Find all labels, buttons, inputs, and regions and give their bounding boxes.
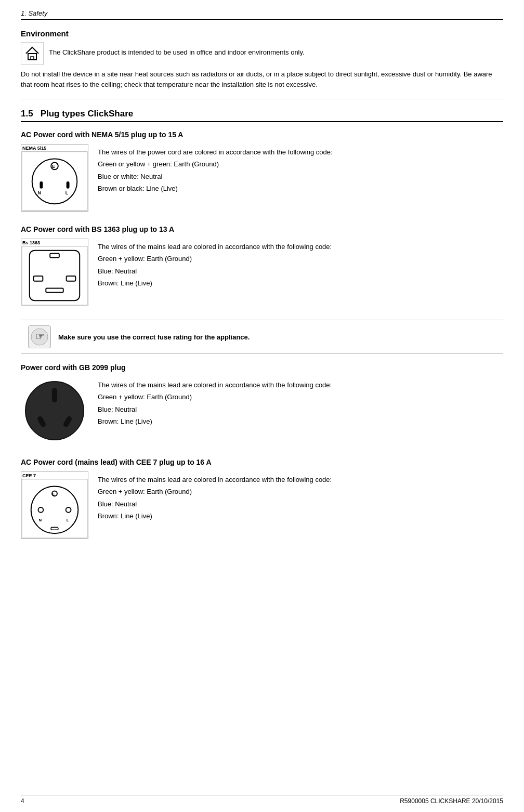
gb2099-line-3: Brown: Line (Live) — [98, 415, 332, 427]
warning-text: Make sure you use the correct fuse ratin… — [58, 333, 250, 341]
svg-text:E: E — [52, 164, 55, 169]
gb2099-line-2: Blue: Neutral — [98, 403, 332, 415]
bs1363-title: AC Power cord with BS 1363 plug up to 13… — [21, 225, 503, 233]
cee7-line-1: Green + yellow: Earth (Ground) — [98, 486, 332, 497]
footer-page: 4 — [21, 797, 24, 805]
cee7-info: The wires of the mains lead are colored … — [98, 472, 332, 522]
gb2099-row: The wires of the mains lead are colored … — [21, 377, 503, 444]
nema-title: AC Power cord with NEMA 5/15 plug up to … — [21, 130, 503, 139]
svg-text:N: N — [38, 518, 42, 522]
svg-rect-8 — [67, 181, 70, 189]
environment-section: Environment The ClickShare product is in… — [21, 29, 503, 89]
bs1363-line-1: Green + yellow: Earth (Ground) — [98, 253, 332, 265]
nema-row: NEMA 5/15 E N L The — [21, 144, 503, 212]
gb2099-line-0: The wires of the mains lead are colored … — [98, 379, 332, 391]
house-icon — [21, 42, 44, 65]
bs1363-row: Bs 1363 The wires of the mains lead are — [21, 239, 503, 306]
svg-text:N: N — [38, 190, 41, 195]
page-footer: 4 R5900005 CLICKSHARE 20/10/2015 — [21, 795, 503, 805]
gb2099-title: Power cord with GB 2099 plug — [21, 363, 503, 372]
bs1363-label: Bs 1363 — [22, 240, 40, 245]
svg-text:L: L — [66, 190, 69, 195]
cee7-diagram: CEE 7 E N L — [21, 472, 88, 539]
nema-plug-section: AC Power cord with NEMA 5/15 plug up to … — [21, 130, 503, 212]
cee7-plug-section: AC Power cord (mains lead) with CEE 7 pl… — [21, 458, 503, 539]
nema-diagram: NEMA 5/15 E N L — [21, 144, 88, 212]
bs1363-line-2: Blue: Neutral — [98, 265, 332, 277]
nema-info: The wires of the power cord are colored … — [98, 144, 333, 195]
page-header: 1. Safety — [21, 9, 503, 20]
svg-text:E: E — [52, 492, 55, 496]
bs1363-line-0: The wires of the mains lead are colored … — [98, 241, 332, 253]
cee7-line-3: Brown: Line (Live) — [98, 510, 332, 522]
bs1363-diagram: Bs 1363 — [21, 239, 88, 306]
section-15-header: 1.5 Plug types ClickShare — [21, 109, 503, 122]
cee7-label: CEE 7 — [22, 473, 36, 478]
environment-paragraph: Do not install the device in a site near… — [21, 69, 503, 89]
cee7-line-2: Blue: Neutral — [98, 498, 332, 510]
svg-text:L: L — [67, 518, 69, 522]
nema-line-3: Brown or black: Line (Live) — [98, 182, 333, 194]
environment-row: The ClickShare product is intended to be… — [21, 42, 503, 65]
cee7-line-0: The wires of the mains lead are colored … — [98, 474, 332, 486]
svg-rect-6 — [40, 181, 43, 189]
section-divider — [21, 99, 503, 99]
nema-line-2: Blue or white: Neutral — [98, 171, 333, 182]
environment-text: The ClickShare product is intended to be… — [49, 42, 305, 58]
nema-line-1: Green or yellow + green: Earth (Ground) — [98, 158, 333, 170]
warning-box: ☞ Make sure you use the correct fuse rat… — [21, 320, 503, 354]
gb2099-diagram — [21, 377, 88, 444]
nema-line-0: The wires of the power cord are colored … — [98, 146, 333, 158]
bs1363-plug-section: AC Power cord with BS 1363 plug up to 13… — [21, 225, 503, 306]
svg-text:☞: ☞ — [35, 331, 45, 342]
bs1363-line-3: Brown: Line (Live) — [98, 277, 332, 289]
svg-rect-19 — [52, 388, 57, 402]
gb2099-info: The wires of the mains lead are colored … — [98, 377, 332, 428]
page: 1. Safety Environment The ClickShare pro… — [0, 0, 524, 812]
gb2099-line-1: Green + yellow: Earth (Ground) — [98, 391, 332, 403]
gb2099-plug-section: Power cord with GB 2099 plug The wires o… — [21, 363, 503, 444]
section-number: 1.5 — [21, 109, 33, 119]
header-section: 1. Safety — [21, 9, 47, 17]
bs1363-info: The wires of the mains lead are colored … — [98, 239, 332, 290]
warning-icon: ☞ — [28, 325, 51, 348]
environment-title: Environment — [21, 29, 503, 38]
section-title: Plug types ClickShare — [41, 109, 134, 119]
nema-label: NEMA 5/15 — [22, 146, 46, 151]
cee7-row: CEE 7 E N L — [21, 472, 503, 539]
footer-doc: R5900005 CLICKSHARE 20/10/2015 — [400, 797, 503, 805]
cee7-title: AC Power cord (mains lead) with CEE 7 pl… — [21, 458, 503, 466]
